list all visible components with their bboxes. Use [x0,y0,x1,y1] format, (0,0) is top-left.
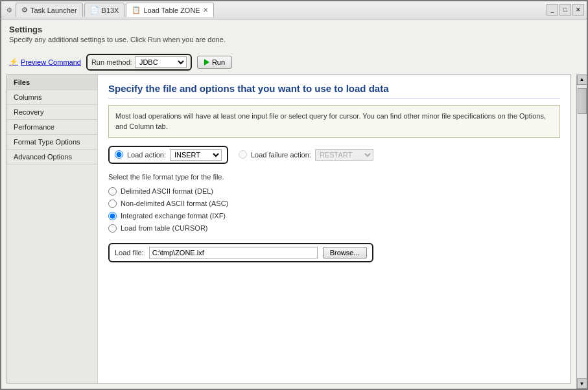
sidebar-item-columns[interactable]: Columns [7,90,97,105]
tab-task-launcher-icon: ⚙ [21,6,28,14]
run-method-select[interactable]: JDBC CLI [135,56,187,68]
lightning-icon: ⚡ [9,58,18,66]
minimize-button[interactable]: _ [547,4,558,16]
scroll-thumb [578,88,587,114]
tab-load-table-zone[interactable]: 📋 Load Table ZONE ✕ [126,3,213,17]
scroll-track[interactable] [577,85,587,378]
format-cursor-radio[interactable] [108,224,117,233]
main-panel: Specify the file and options that you wa… [98,75,570,383]
run-method-group: Run method: JDBC CLI [86,54,192,71]
sidebar: Files Columns Recovery Performance Forma… [7,75,98,383]
app-icon: ⚙ [4,5,14,15]
tab-task-launcher[interactable]: ⚙ Task Launcher [16,3,83,17]
tab-b13x-label: B13X [102,6,119,14]
format-ixf-radio[interactable] [108,212,117,220]
run-arrow-icon [204,59,209,65]
content-with-scroll: Files Columns Recovery Performance Forma… [1,75,587,389]
sidebar-item-recovery[interactable]: Recovery [7,105,97,120]
load-failure-group: Load failure action: RESTART TERMINATE [239,149,373,161]
scroll-up-arrow[interactable]: ▲ [577,75,587,85]
format-option-del: Delimited ASCII format (DEL) [108,187,560,196]
app-window: ⚙ ⚙ Task Launcher 📄 B13X 📋 Load Table ZO… [0,0,588,390]
load-action-select[interactable]: INSERT REPLACE RESTART TERMINATE [170,149,222,161]
tab-load-table-zone-icon: 📋 [132,6,141,14]
load-file-label: Load file: [115,249,144,257]
format-option-cursor: Load from table (CURSOR) [108,224,560,233]
toolbar-row: ⚡ Preview Command Run method: JDBC CLI R… [1,51,587,75]
load-action-group: Load action: INSERT REPLACE RESTART TERM… [108,146,228,164]
preview-command-link[interactable]: ⚡ Preview Command [9,58,81,66]
sidebar-item-columns-label: Columns [14,93,41,101]
load-failure-radio[interactable] [239,150,247,159]
run-button[interactable]: Run [197,56,232,69]
sidebar-item-files[interactable]: Files [7,75,97,90]
format-label: Select the file format type for the file… [108,173,560,181]
tab-load-table-zone-label: Load Table ZONE [143,6,200,14]
sidebar-item-performance[interactable]: Performance [7,120,97,135]
tab-b13x[interactable]: 📄 B13X [84,3,125,17]
format-del-radio[interactable] [108,187,117,196]
format-asc-radio[interactable] [108,200,117,208]
load-failure-select[interactable]: RESTART TERMINATE [315,149,373,161]
format-cursor-label: Load from table (CURSOR) [121,224,208,232]
content-area: Files Columns Recovery Performance Forma… [6,75,571,384]
load-action-label: Load action: [127,151,166,159]
load-action-radio[interactable] [115,150,123,159]
panel-title: Specify the file and options that you wa… [108,83,560,98]
format-del-label: Delimited ASCII format (DEL) [121,187,213,195]
info-text: Most load operations will have at least … [115,112,546,131]
run-method-label: Run method: [91,58,132,66]
sidebar-item-format-type-options[interactable]: Format Type Options [7,135,97,150]
tab-close-icon[interactable]: ✕ [203,6,208,14]
format-options: Delimited ASCII format (DEL) Non-delimit… [108,187,560,233]
format-ixf-label: Integrated exchange format (IXF) [121,212,226,220]
load-action-row: Load action: INSERT REPLACE RESTART TERM… [108,146,560,164]
settings-description: Specify any additional settings to use. … [9,36,579,43]
tab-task-launcher-label: Task Launcher [30,6,77,14]
format-option-asc: Non-delimited ASCII format (ASC) [108,200,560,208]
close-button[interactable]: ✕ [572,4,584,16]
sidebar-item-advanced-options[interactable]: Advanced Options [7,150,97,165]
sidebar-item-advanced-options-label: Advanced Options [14,153,72,161]
format-option-ixf: Integrated exchange format (IXF) [108,212,560,220]
run-button-label: Run [212,58,225,66]
info-box: Most load operations will have at least … [108,105,560,138]
main-content: Settings Specify any additional settings… [1,19,587,389]
scroll-down-arrow[interactable]: ▼ [577,378,587,389]
window-controls: _ □ ✕ [547,4,584,16]
title-bar: ⚙ ⚙ Task Launcher 📄 B13X 📋 Load Table ZO… [1,1,587,19]
browse-button[interactable]: Browse... [323,247,367,258]
format-asc-label: Non-delimited ASCII format (ASC) [121,200,228,207]
load-file-row: Load file: Browse... [108,243,373,262]
preview-command-label: Preview Command [21,58,81,66]
maximize-button[interactable]: □ [559,4,571,16]
load-failure-label: Load failure action: [251,151,311,159]
settings-header: Settings Specify any additional settings… [1,19,587,51]
sidebar-item-files-label: Files [14,78,30,86]
right-scrollbar: ▲ ▼ [576,75,587,389]
sidebar-item-recovery-label: Recovery [14,108,43,116]
tab-b13x-icon: 📄 [90,6,99,14]
load-file-input[interactable] [149,247,318,258]
sidebar-item-format-type-options-label: Format Type Options [14,138,80,146]
sidebar-item-performance-label: Performance [14,123,54,131]
settings-title: Settings [9,25,579,34]
